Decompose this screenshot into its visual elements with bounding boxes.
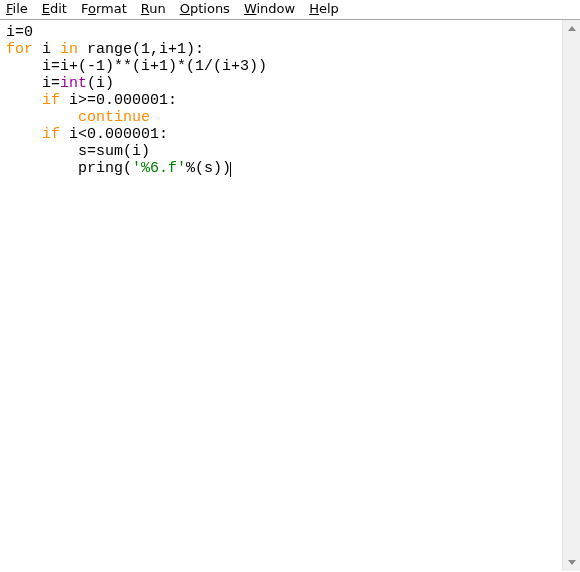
- menu-run[interactable]: Run: [141, 1, 166, 16]
- menu-window[interactable]: Window: [244, 1, 295, 16]
- code-line-1: i=0: [6, 24, 33, 41]
- scroll-up-button[interactable]: [563, 20, 580, 37]
- scroll-down-button[interactable]: [563, 554, 580, 571]
- menu-bar: File Edit Format Run Options Window Help: [0, 0, 580, 20]
- code-line-4: i=int(i): [6, 75, 114, 92]
- menu-edit[interactable]: Edit: [42, 1, 67, 16]
- code-line-6: continue: [6, 109, 150, 126]
- chevron-down-icon: [568, 560, 576, 565]
- code-line-5: if i>=0.000001:: [6, 92, 177, 109]
- code-line-8: s=sum(i): [6, 143, 150, 160]
- chevron-up-icon: [568, 26, 576, 31]
- code-line-9: pring('%6.f'%(s)): [6, 160, 231, 177]
- code-line-2: for i in range(1,i+1):: [6, 41, 204, 58]
- editor-wrap: i=0 for i in range(1,i+1): i=i+(-1)**(i+…: [0, 20, 580, 571]
- code-line-7: if i<0.000001:: [6, 126, 168, 143]
- menu-file[interactable]: File: [6, 1, 28, 16]
- menu-help[interactable]: Help: [309, 1, 339, 16]
- code-editor[interactable]: i=0 for i in range(1,i+1): i=i+(-1)**(i+…: [0, 20, 580, 571]
- vertical-scrollbar[interactable]: [562, 20, 580, 571]
- menu-format[interactable]: Format: [81, 1, 127, 16]
- menu-options[interactable]: Options: [180, 1, 230, 16]
- code-line-3: i=i+(-1)**(i+1)*(1/(i+3)): [6, 58, 267, 75]
- text-cursor: [230, 162, 231, 177]
